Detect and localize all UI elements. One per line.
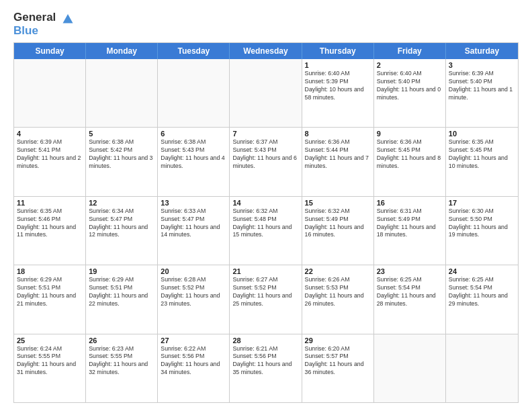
calendar-cell: 24Sunrise: 6:25 AM Sunset: 5:54 PM Dayli… <box>446 265 518 333</box>
calendar-body: 1Sunrise: 6:40 AM Sunset: 5:39 PM Daylig… <box>14 59 518 402</box>
calendar-cell: 16Sunrise: 6:31 AM Sunset: 5:49 PM Dayli… <box>374 197 446 265</box>
calendar-cell <box>158 59 230 127</box>
calendar-header-row: SundayMondayTuesdayWednesdayThursdayFrid… <box>14 43 518 59</box>
calendar-cell: 9Sunrise: 6:36 AM Sunset: 5:45 PM Daylig… <box>374 128 446 195</box>
calendar-cell: 3Sunrise: 6:39 AM Sunset: 5:40 PM Daylig… <box>446 59 518 127</box>
day-number: 15 <box>305 199 371 207</box>
day-info: Sunrise: 6:36 AM Sunset: 5:44 PM Dayligh… <box>305 138 371 171</box>
day-of-week-header: Thursday <box>302 43 374 59</box>
day-number: 1 <box>305 61 371 69</box>
calendar-cell: 26Sunrise: 6:23 AM Sunset: 5:55 PM Dayli… <box>86 334 158 402</box>
calendar-cell: 17Sunrise: 6:30 AM Sunset: 5:50 PM Dayli… <box>446 197 518 265</box>
calendar-cell: 7Sunrise: 6:37 AM Sunset: 5:43 PM Daylig… <box>230 128 302 195</box>
calendar-cell: 14Sunrise: 6:32 AM Sunset: 5:48 PM Dayli… <box>230 197 302 265</box>
calendar-week-row: 1Sunrise: 6:40 AM Sunset: 5:39 PM Daylig… <box>14 59 518 127</box>
calendar-week-row: 11Sunrise: 6:35 AM Sunset: 5:46 PM Dayli… <box>14 196 518 265</box>
calendar-cell <box>86 59 158 127</box>
day-number: 19 <box>89 267 154 275</box>
day-info: Sunrise: 6:39 AM Sunset: 5:41 PM Dayligh… <box>17 138 83 171</box>
page: General Blue SundayMondayTuesdayWednesda… <box>0 0 532 411</box>
day-info: Sunrise: 6:31 AM Sunset: 5:49 PM Dayligh… <box>377 208 443 240</box>
day-number: 25 <box>17 336 83 345</box>
day-number: 3 <box>449 61 515 69</box>
calendar-cell: 27Sunrise: 6:22 AM Sunset: 5:56 PM Dayli… <box>158 334 230 402</box>
day-info: Sunrise: 6:38 AM Sunset: 5:43 PM Dayligh… <box>161 138 226 171</box>
day-of-week-header: Wednesday <box>230 43 302 59</box>
day-number: 20 <box>161 267 226 275</box>
day-info: Sunrise: 6:29 AM Sunset: 5:51 PM Dayligh… <box>89 276 154 308</box>
day-number: 2 <box>377 61 443 69</box>
day-number: 22 <box>305 267 371 275</box>
day-info: Sunrise: 6:30 AM Sunset: 5:50 PM Dayligh… <box>449 208 515 240</box>
day-of-week-header: Monday <box>86 43 158 59</box>
logo-triangle-icon <box>60 12 75 24</box>
calendar-cell: 19Sunrise: 6:29 AM Sunset: 5:51 PM Dayli… <box>86 265 158 333</box>
calendar-cell: 28Sunrise: 6:21 AM Sunset: 5:56 PM Dayli… <box>230 334 302 402</box>
day-info: Sunrise: 6:38 AM Sunset: 5:42 PM Dayligh… <box>89 138 154 171</box>
day-info: Sunrise: 6:27 AM Sunset: 5:52 PM Dayligh… <box>232 276 298 308</box>
svg-marker-0 <box>63 14 73 24</box>
day-info: Sunrise: 6:24 AM Sunset: 5:55 PM Dayligh… <box>17 345 83 377</box>
logo: General Blue <box>13 11 75 37</box>
day-of-week-header: Saturday <box>446 43 518 59</box>
day-number: 23 <box>377 267 443 275</box>
day-info: Sunrise: 6:40 AM Sunset: 5:39 PM Dayligh… <box>305 70 371 102</box>
calendar-cell <box>374 334 446 402</box>
day-info: Sunrise: 6:35 AM Sunset: 5:46 PM Dayligh… <box>17 208 83 240</box>
day-info: Sunrise: 6:32 AM Sunset: 5:48 PM Dayligh… <box>232 208 298 240</box>
calendar-cell: 6Sunrise: 6:38 AM Sunset: 5:43 PM Daylig… <box>158 128 230 195</box>
day-number: 8 <box>305 130 371 138</box>
day-number: 21 <box>232 267 298 275</box>
day-info: Sunrise: 6:25 AM Sunset: 5:54 PM Dayligh… <box>377 276 443 308</box>
calendar-cell: 21Sunrise: 6:27 AM Sunset: 5:52 PM Dayli… <box>230 265 302 333</box>
calendar-cell: 25Sunrise: 6:24 AM Sunset: 5:55 PM Dayli… <box>14 334 86 402</box>
day-of-week-header: Sunday <box>14 43 86 59</box>
calendar-week-row: 4Sunrise: 6:39 AM Sunset: 5:41 PM Daylig… <box>14 127 518 195</box>
day-info: Sunrise: 6:37 AM Sunset: 5:43 PM Dayligh… <box>232 138 298 171</box>
day-number: 17 <box>449 199 515 207</box>
calendar-cell: 11Sunrise: 6:35 AM Sunset: 5:46 PM Dayli… <box>14 197 86 265</box>
day-number: 10 <box>449 130 515 138</box>
logo-text: General Blue <box>13 11 75 37</box>
calendar-week-row: 25Sunrise: 6:24 AM Sunset: 5:55 PM Dayli… <box>14 334 518 402</box>
calendar-cell: 13Sunrise: 6:33 AM Sunset: 5:47 PM Dayli… <box>158 197 230 265</box>
day-info: Sunrise: 6:35 AM Sunset: 5:45 PM Dayligh… <box>449 138 515 171</box>
calendar-cell: 12Sunrise: 6:34 AM Sunset: 5:47 PM Dayli… <box>86 197 158 265</box>
calendar-cell: 1Sunrise: 6:40 AM Sunset: 5:39 PM Daylig… <box>302 59 374 127</box>
day-info: Sunrise: 6:33 AM Sunset: 5:47 PM Dayligh… <box>161 208 226 240</box>
calendar-cell: 5Sunrise: 6:38 AM Sunset: 5:42 PM Daylig… <box>86 128 158 195</box>
day-number: 9 <box>377 130 443 138</box>
day-number: 24 <box>449 267 515 275</box>
day-info: Sunrise: 6:29 AM Sunset: 5:51 PM Dayligh… <box>17 276 83 308</box>
calendar-cell: 23Sunrise: 6:25 AM Sunset: 5:54 PM Dayli… <box>374 265 446 333</box>
calendar-cell <box>230 59 302 127</box>
day-number: 18 <box>17 267 83 275</box>
calendar-cell <box>446 334 518 402</box>
calendar: SundayMondayTuesdayWednesdayThursdayFrid… <box>13 42 519 403</box>
header: General Blue <box>13 11 519 37</box>
day-info: Sunrise: 6:39 AM Sunset: 5:40 PM Dayligh… <box>449 70 515 102</box>
day-number: 7 <box>232 130 298 138</box>
calendar-cell: 20Sunrise: 6:28 AM Sunset: 5:52 PM Dayli… <box>158 265 230 333</box>
day-info: Sunrise: 6:32 AM Sunset: 5:49 PM Dayligh… <box>305 208 371 240</box>
calendar-cell: 15Sunrise: 6:32 AM Sunset: 5:49 PM Dayli… <box>302 197 374 265</box>
day-info: Sunrise: 6:23 AM Sunset: 5:55 PM Dayligh… <box>89 345 154 377</box>
day-info: Sunrise: 6:21 AM Sunset: 5:56 PM Dayligh… <box>232 345 298 377</box>
day-number: 27 <box>161 336 226 345</box>
day-number: 5 <box>89 130 154 138</box>
calendar-cell: 2Sunrise: 6:40 AM Sunset: 5:40 PM Daylig… <box>374 59 446 127</box>
day-number: 11 <box>17 199 83 207</box>
calendar-cell: 18Sunrise: 6:29 AM Sunset: 5:51 PM Dayli… <box>14 265 86 333</box>
day-info: Sunrise: 6:26 AM Sunset: 5:53 PM Dayligh… <box>305 276 371 308</box>
day-number: 28 <box>232 336 298 345</box>
day-number: 29 <box>305 336 371 345</box>
day-info: Sunrise: 6:28 AM Sunset: 5:52 PM Dayligh… <box>161 276 226 308</box>
day-number: 4 <box>17 130 83 138</box>
day-number: 13 <box>161 199 226 207</box>
day-number: 16 <box>377 199 443 207</box>
day-info: Sunrise: 6:20 AM Sunset: 5:57 PM Dayligh… <box>305 345 371 377</box>
calendar-cell: 8Sunrise: 6:36 AM Sunset: 5:44 PM Daylig… <box>302 128 374 195</box>
calendar-cell <box>14 59 86 127</box>
day-of-week-header: Tuesday <box>158 43 230 59</box>
calendar-week-row: 18Sunrise: 6:29 AM Sunset: 5:51 PM Dayli… <box>14 265 518 333</box>
